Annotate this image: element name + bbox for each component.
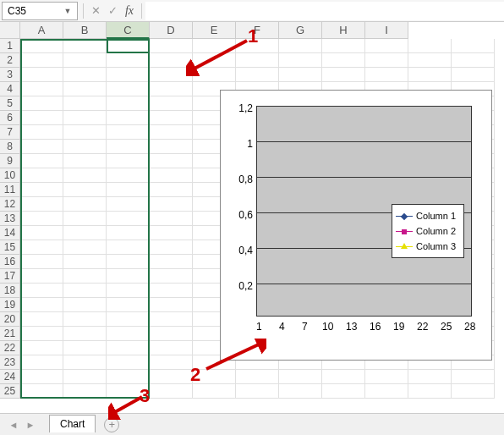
cell[interactable]	[193, 39, 236, 53]
row-header[interactable]: 23	[0, 355, 20, 370]
tab-chart[interactable]: Chart	[49, 415, 96, 432]
tab-nav-first-icon[interactable]: ◄	[8, 419, 19, 431]
cell[interactable]	[107, 183, 150, 197]
cell[interactable]	[20, 125, 63, 140]
chart-legend[interactable]: Column 1 Column 2 Column 3	[392, 204, 464, 258]
cell[interactable]	[63, 53, 107, 68]
cell[interactable]	[20, 96, 63, 111]
cell[interactable]	[20, 341, 63, 355]
cell[interactable]	[322, 68, 365, 82]
cell[interactable]	[107, 125, 150, 140]
row-header[interactable]: 16	[0, 255, 20, 269]
cell[interactable]	[150, 183, 193, 197]
cell[interactable]	[107, 168, 150, 183]
row-header[interactable]: 11	[0, 183, 20, 197]
cell[interactable]	[63, 240, 107, 255]
cell[interactable]	[20, 39, 63, 53]
cell[interactable]	[63, 384, 107, 399]
formula-input[interactable]	[145, 2, 504, 20]
cell[interactable]	[150, 255, 193, 269]
cell[interactable]	[20, 53, 63, 68]
cell[interactable]	[279, 384, 322, 399]
cell[interactable]	[150, 68, 193, 82]
cell[interactable]	[63, 284, 107, 298]
row-header[interactable]: 5	[0, 96, 20, 111]
cell[interactable]	[322, 384, 365, 399]
cell[interactable]	[408, 53, 452, 68]
row-header[interactable]: 12	[0, 197, 20, 212]
col-header-e[interactable]: E	[193, 22, 236, 39]
cell[interactable]	[150, 197, 193, 212]
fx-button[interactable]: fx	[121, 2, 138, 20]
cell[interactable]	[63, 355, 107, 370]
tab-nav-next-icon[interactable]: ►	[25, 419, 36, 431]
cell[interactable]	[20, 140, 63, 154]
cell[interactable]	[107, 269, 150, 284]
cell[interactable]	[63, 226, 107, 240]
cell[interactable]	[63, 125, 107, 140]
cell[interactable]	[20, 370, 63, 384]
cell[interactable]	[365, 39, 408, 53]
cell[interactable]	[20, 240, 63, 255]
cell[interactable]	[20, 298, 63, 312]
cell[interactable]	[63, 269, 107, 284]
cell[interactable]	[150, 82, 193, 96]
cell[interactable]	[107, 298, 150, 312]
cell[interactable]	[20, 312, 63, 327]
cell[interactable]	[150, 125, 193, 140]
row-header[interactable]: 19	[0, 298, 20, 312]
cell[interactable]	[63, 68, 107, 82]
cell[interactable]	[107, 355, 150, 370]
cell[interactable]	[63, 298, 107, 312]
cell[interactable]	[107, 82, 150, 96]
row-header[interactable]: 1	[0, 39, 20, 53]
cell[interactable]	[193, 53, 236, 68]
col-header-c[interactable]: C	[107, 22, 150, 39]
cell[interactable]	[322, 370, 365, 384]
row-header[interactable]: 18	[0, 284, 20, 298]
cell[interactable]	[150, 154, 193, 168]
cell[interactable]	[236, 370, 279, 384]
cell[interactable]	[107, 111, 150, 125]
select-all-corner[interactable]	[0, 22, 20, 39]
cell[interactable]	[63, 183, 107, 197]
cell[interactable]	[150, 312, 193, 327]
cell[interactable]	[452, 39, 495, 53]
cell[interactable]	[365, 53, 408, 68]
row-header[interactable]: 25	[0, 384, 20, 399]
cell[interactable]	[107, 68, 150, 82]
cell[interactable]	[107, 284, 150, 298]
cell[interactable]	[150, 327, 193, 341]
cell[interactable]	[20, 168, 63, 183]
cell[interactable]	[20, 226, 63, 240]
cell[interactable]	[322, 39, 365, 53]
cell[interactable]	[107, 212, 150, 226]
row-header[interactable]: 9	[0, 154, 20, 168]
cell[interactable]	[408, 68, 452, 82]
cell[interactable]	[20, 82, 63, 96]
cell[interactable]	[107, 312, 150, 327]
add-sheet-button[interactable]: +	[104, 417, 119, 432]
cell[interactable]	[107, 255, 150, 269]
cell[interactable]	[107, 370, 150, 384]
col-header-h[interactable]: H	[322, 22, 365, 39]
row-header[interactable]: 8	[0, 140, 20, 154]
cell[interactable]	[20, 255, 63, 269]
cell[interactable]	[20, 111, 63, 125]
cell[interactable]	[150, 53, 193, 68]
cell[interactable]	[20, 327, 63, 341]
cell[interactable]	[365, 370, 408, 384]
name-box[interactable]: C35 ▼	[2, 2, 78, 20]
cell[interactable]	[150, 140, 193, 154]
cell[interactable]	[279, 68, 322, 82]
row-header[interactable]: 13	[0, 212, 20, 226]
cell[interactable]	[193, 384, 236, 399]
cell[interactable]	[452, 384, 495, 399]
plot-area[interactable]: Column 1 Column 2 Column 3	[256, 106, 472, 317]
cell[interactable]	[63, 140, 107, 154]
cell[interactable]	[150, 96, 193, 111]
cell[interactable]	[107, 226, 150, 240]
cell[interactable]	[20, 68, 63, 82]
cell[interactable]	[20, 269, 63, 284]
cell[interactable]	[322, 53, 365, 68]
